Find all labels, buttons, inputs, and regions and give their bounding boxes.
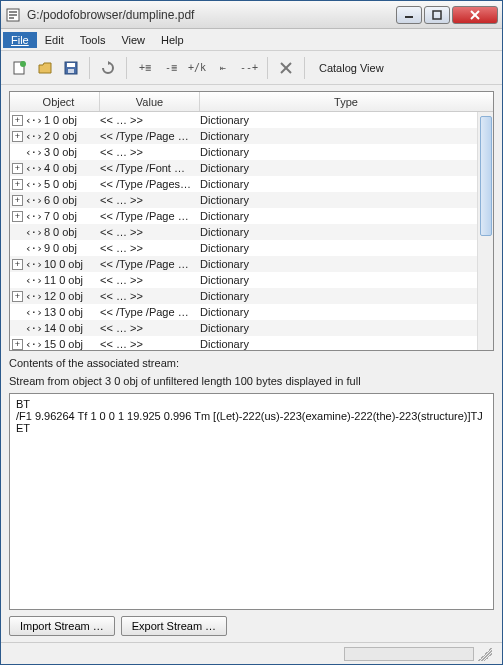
- header-type[interactable]: Type: [200, 92, 493, 111]
- expand-icon[interactable]: +: [12, 339, 23, 350]
- value-cell: << … >>: [100, 322, 200, 334]
- table-row[interactable]: ‹·› 9 0 obj<< … >>Dictionary: [10, 240, 477, 256]
- type-cell: Dictionary: [200, 242, 477, 254]
- expand-icon[interactable]: +: [12, 179, 23, 190]
- expand-placeholder: [12, 243, 23, 254]
- header-object[interactable]: Object: [10, 92, 100, 111]
- table-row[interactable]: +‹·› 15 0 obj<< … >>Dictionary: [10, 336, 477, 350]
- dictionary-node-icon: ‹·›: [25, 114, 42, 127]
- save-button[interactable]: [59, 56, 83, 80]
- value-cell: << … >>: [100, 146, 200, 158]
- value-cell: << /Type /Page …: [100, 258, 200, 270]
- toolbar: +≣ -≣ +/k ⇤ --+ Catalog View: [1, 51, 502, 85]
- header-value[interactable]: Value: [100, 92, 200, 111]
- table-row[interactable]: ‹·› 3 0 obj<< … >>Dictionary: [10, 144, 477, 160]
- table-row[interactable]: ‹·› 13 0 obj<< /Type /Page …Dictionary: [10, 304, 477, 320]
- type-cell: Dictionary: [200, 194, 477, 206]
- dictionary-node-icon: ‹·›: [25, 146, 42, 159]
- table-header: Object Value Type: [10, 92, 493, 112]
- catalog-view-button[interactable]: Catalog View: [319, 62, 384, 74]
- table-row[interactable]: +‹·› 7 0 obj<< /Type /Page …Dictionary: [10, 208, 477, 224]
- stream-title-label: Contents of the associated stream:: [9, 357, 494, 369]
- type-cell: Dictionary: [200, 130, 477, 142]
- menu-help[interactable]: Help: [153, 32, 192, 48]
- export-stream-button[interactable]: Export Stream …: [121, 616, 227, 636]
- type-cell: Dictionary: [200, 114, 477, 126]
- minimize-button[interactable]: [396, 6, 422, 24]
- dictionary-node-icon: ‹·›: [25, 322, 42, 335]
- add-after-button[interactable]: --+: [237, 56, 261, 80]
- table-row[interactable]: ‹·› 8 0 obj<< … >>Dictionary: [10, 224, 477, 240]
- import-stream-button[interactable]: Import Stream …: [9, 616, 115, 636]
- dictionary-node-icon: ‹·›: [25, 226, 42, 239]
- table-row[interactable]: ‹·› 14 0 obj<< … >>Dictionary: [10, 320, 477, 336]
- resize-grip[interactable]: [478, 647, 492, 661]
- table-row[interactable]: ‹·› 11 0 obj<< … >>Dictionary: [10, 272, 477, 288]
- close-button[interactable]: [452, 6, 498, 24]
- object-label: 8 0 obj: [44, 226, 77, 238]
- menu-file[interactable]: File: [3, 32, 37, 48]
- scrollbar-thumb[interactable]: [480, 116, 492, 236]
- add-key-button[interactable]: +/k: [185, 56, 209, 80]
- open-button[interactable]: [33, 56, 57, 80]
- toolbar-separator: [304, 57, 305, 79]
- maximize-button[interactable]: [424, 6, 450, 24]
- object-label: 3 0 obj: [44, 146, 77, 158]
- add-before-button[interactable]: +≣: [133, 56, 157, 80]
- dictionary-node-icon: ‹·›: [25, 162, 42, 175]
- table-row[interactable]: +‹·› 12 0 obj<< … >>Dictionary: [10, 288, 477, 304]
- type-cell: Dictionary: [200, 322, 477, 334]
- move-left-button[interactable]: ⇤: [211, 56, 235, 80]
- object-label: 13 0 obj: [44, 306, 83, 318]
- vertical-scrollbar[interactable]: [477, 92, 493, 350]
- new-button[interactable]: [7, 56, 31, 80]
- value-cell: << /Type /Page …: [100, 306, 200, 318]
- type-cell: Dictionary: [200, 258, 477, 270]
- expand-icon[interactable]: +: [12, 211, 23, 222]
- table-row[interactable]: +‹·› 6 0 obj<< … >>Dictionary: [10, 192, 477, 208]
- expand-icon[interactable]: +: [12, 195, 23, 206]
- type-cell: Dictionary: [200, 290, 477, 302]
- dictionary-node-icon: ‹·›: [25, 178, 42, 191]
- menu-view[interactable]: View: [113, 32, 153, 48]
- stream-buttons: Import Stream … Export Stream …: [9, 616, 494, 636]
- toolbar-separator: [89, 57, 90, 79]
- object-label: 15 0 obj: [44, 338, 83, 350]
- svg-rect-1: [9, 11, 17, 13]
- table-row[interactable]: +‹·› 5 0 obj<< /Type /Pages…Dictionary: [10, 176, 477, 192]
- table-row[interactable]: +‹·› 10 0 obj<< /Type /Page …Dictionary: [10, 256, 477, 272]
- value-cell: << … >>: [100, 338, 200, 350]
- object-label: 12 0 obj: [44, 290, 83, 302]
- menu-edit[interactable]: Edit: [37, 32, 72, 48]
- stream-content[interactable]: BT /F1 9.96264 Tf 1 0 0 1 19.925 0.996 T…: [9, 393, 494, 610]
- table-body: +‹·› 1 0 obj<< … >>Dictionary+‹·› 2 0 ob…: [10, 112, 477, 350]
- expand-icon[interactable]: +: [12, 131, 23, 142]
- svg-point-9: [20, 61, 26, 67]
- table-row[interactable]: +‹·› 1 0 obj<< … >>Dictionary: [10, 112, 477, 128]
- dictionary-node-icon: ‹·›: [25, 338, 42, 351]
- delete-button[interactable]: [274, 56, 298, 80]
- dictionary-node-icon: ‹·›: [25, 258, 42, 271]
- value-cell: << /Type /Page …: [100, 210, 200, 222]
- titlebar: G:/podofobrowser/dumpline.pdf: [1, 1, 502, 29]
- refresh-button[interactable]: [96, 56, 120, 80]
- expand-icon[interactable]: +: [12, 115, 23, 126]
- dictionary-node-icon: ‹·›: [25, 274, 42, 287]
- app-window: G:/podofobrowser/dumpline.pdf File Edit …: [0, 0, 503, 665]
- content-area: Object Value Type +‹·› 1 0 obj<< … >>Dic…: [1, 85, 502, 642]
- expand-placeholder: [12, 275, 23, 286]
- menu-tools[interactable]: Tools: [72, 32, 114, 48]
- table-row[interactable]: +‹·› 2 0 obj<< /Type /Page …Dictionary: [10, 128, 477, 144]
- expand-icon[interactable]: +: [12, 163, 23, 174]
- table-row[interactable]: +‹·› 4 0 obj<< /Type /Font …Dictionary: [10, 160, 477, 176]
- expand-icon[interactable]: +: [12, 291, 23, 302]
- toolbar-separator: [126, 57, 127, 79]
- value-cell: << … >>: [100, 194, 200, 206]
- svg-rect-5: [433, 11, 441, 19]
- object-label: 9 0 obj: [44, 242, 77, 254]
- type-cell: Dictionary: [200, 210, 477, 222]
- expand-icon[interactable]: +: [12, 259, 23, 270]
- type-cell: Dictionary: [200, 306, 477, 318]
- object-table: Object Value Type +‹·› 1 0 obj<< … >>Dic…: [9, 91, 494, 351]
- remove-button[interactable]: -≣: [159, 56, 183, 80]
